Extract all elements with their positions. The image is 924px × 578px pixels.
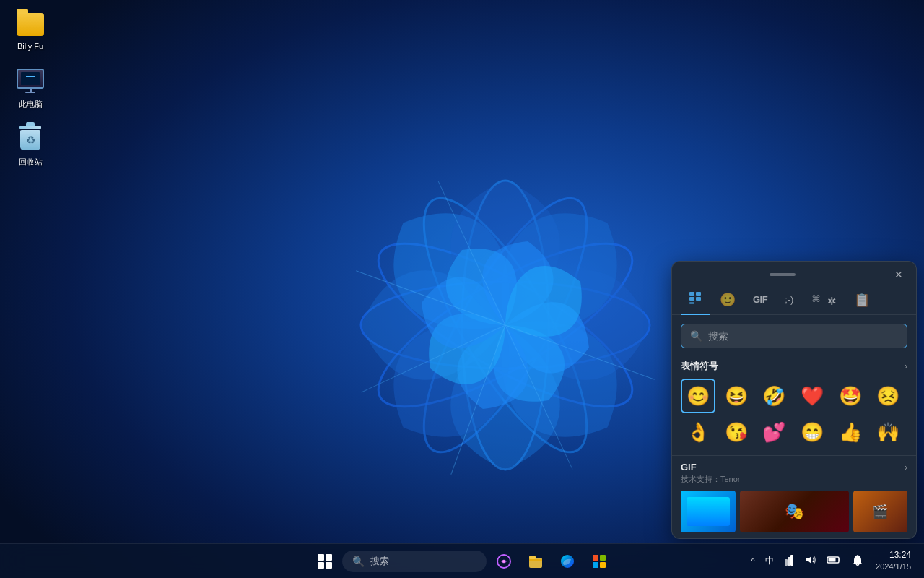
svg-rect-27 bbox=[600, 562, 606, 568]
desktop-icon-recycle-bin[interactable]: ♻ 回收站 bbox=[4, 123, 56, 170]
search-icon: 🔍 bbox=[690, 330, 702, 342]
emoji-section-header: 表情符号 › bbox=[672, 357, 916, 379]
system-clock[interactable]: 13:24 2024/1/15 bbox=[871, 546, 915, 575]
speaker-icon[interactable] bbox=[802, 551, 819, 571]
panel-close-button[interactable]: ✕ bbox=[890, 267, 907, 282]
gif-thumb-1[interactable] bbox=[681, 491, 736, 532]
svg-rect-33 bbox=[839, 558, 840, 561]
svg-rect-25 bbox=[600, 555, 606, 561]
windows-logo bbox=[318, 554, 332, 569]
emoji-item-2[interactable]: 🤣 bbox=[757, 379, 791, 413]
notification-icon[interactable] bbox=[848, 551, 867, 571]
emoji-section-title: 表情符号 bbox=[681, 360, 718, 373]
store-button[interactable] bbox=[585, 547, 614, 576]
desktop-icon-billy-fu[interactable]: Billy Fu bbox=[4, 7, 56, 54]
gif-section-title: GIF bbox=[681, 462, 697, 473]
folder-icon bbox=[16, 10, 45, 39]
tab-symbols[interactable]: ⌘ ✲ bbox=[803, 286, 843, 314]
emoji-item-3[interactable]: ❤️ bbox=[795, 379, 829, 413]
emoji-item-4[interactable]: 🤩 bbox=[833, 379, 868, 413]
emoji-panel: ✕ 🙂 GIF ;-) ⌘ ✲ 📋 bbox=[671, 261, 917, 539]
tray-chevron[interactable]: ^ bbox=[749, 554, 758, 568]
emoji-item-7[interactable]: 😘 bbox=[719, 415, 754, 449]
gif-thumb-3[interactable]: 🎬 bbox=[853, 491, 908, 532]
taskbar-search-label: 搜索 bbox=[370, 555, 389, 568]
gif-section: GIF › 技术支持：Tenor 🎭 🎬 bbox=[672, 455, 916, 538]
svg-rect-29 bbox=[785, 559, 788, 566]
emoji-grid: 😊 😆 🤣 ❤️ 🤩 😣 👌 😘 💕 😁 👍 🙌 bbox=[672, 379, 916, 455]
tab-clipboard[interactable]: 📋 bbox=[847, 286, 877, 314]
recycle-bin-label: 回收站 bbox=[19, 157, 43, 167]
emoji-item-8[interactable]: 💕 bbox=[757, 415, 791, 449]
tab-gif[interactable]: GIF bbox=[746, 288, 775, 311]
battery-icon[interactable] bbox=[824, 551, 844, 571]
edge-button[interactable] bbox=[553, 547, 582, 576]
clock-time: 13:24 bbox=[876, 549, 911, 561]
taskbar-search-icon: 🔍 bbox=[352, 556, 365, 567]
billy-fu-label: Billy Fu bbox=[17, 41, 43, 51]
taskbar-search[interactable]: 🔍 搜索 bbox=[342, 551, 487, 572]
svg-rect-21 bbox=[529, 558, 542, 568]
panel-drag-handle[interactable] bbox=[681, 273, 884, 276]
taskbar: 🔍 搜索 bbox=[0, 543, 924, 578]
panel-tabs: 🙂 GIF ;-) ⌘ ✲ 📋 bbox=[672, 285, 916, 315]
emoji-item-10[interactable]: 👍 bbox=[833, 415, 868, 449]
taskbar-center: 🔍 搜索 bbox=[310, 547, 614, 576]
svg-rect-28 bbox=[788, 557, 790, 566]
this-pc-label: 此电脑 bbox=[19, 99, 43, 109]
svg-rect-13 bbox=[689, 292, 694, 296]
gif-section-arrow[interactable]: › bbox=[905, 462, 907, 473]
svg-rect-24 bbox=[593, 555, 598, 561]
gif-thumb-2[interactable]: 🎭 bbox=[740, 491, 849, 532]
taskbar-right: ^ 中 bbox=[749, 546, 915, 575]
emoji-section-arrow[interactable]: › bbox=[905, 361, 907, 371]
svg-rect-16 bbox=[696, 297, 701, 301]
search-input[interactable] bbox=[708, 330, 898, 342]
desktop-icon-this-pc[interactable]: 此电脑 bbox=[4, 65, 56, 112]
svg-text:⌘: ⌘ bbox=[811, 293, 821, 304]
emoji-item-6[interactable]: 👌 bbox=[681, 415, 715, 449]
svg-rect-15 bbox=[689, 297, 694, 301]
svg-rect-14 bbox=[696, 292, 701, 296]
svg-point-20 bbox=[502, 560, 505, 563]
tab-recent[interactable] bbox=[681, 285, 710, 314]
svg-rect-22 bbox=[529, 556, 536, 559]
svg-rect-30 bbox=[790, 555, 793, 566]
search-box[interactable]: 🔍 bbox=[681, 324, 907, 348]
emoji-item-9[interactable]: 😁 bbox=[795, 415, 829, 449]
emoji-item-1[interactable]: 😆 bbox=[719, 379, 754, 413]
recycle-bin-icon: ♻ bbox=[16, 126, 45, 155]
language-indicator[interactable]: 中 bbox=[762, 552, 777, 570]
gif-powered-by: 技术支持：Tenor bbox=[681, 474, 907, 485]
tab-kaomoji[interactable]: ;-) bbox=[777, 288, 801, 311]
desktop: Billy Fu 此电脑 bbox=[0, 0, 924, 578]
gif-thumbnails: 🎭 🎬 bbox=[681, 491, 907, 538]
svg-rect-32 bbox=[829, 558, 836, 562]
emoji-item-5[interactable]: 😣 bbox=[871, 379, 905, 413]
panel-header: ✕ bbox=[672, 262, 916, 285]
svg-rect-26 bbox=[593, 562, 598, 568]
svg-rect-17 bbox=[689, 302, 694, 304]
emoji-item-11[interactable]: 🙌 bbox=[871, 415, 905, 449]
start-button[interactable] bbox=[310, 547, 339, 576]
tab-emoji[interactable]: 🙂 bbox=[712, 286, 743, 314]
copilot-button[interactable] bbox=[489, 547, 518, 576]
file-explorer-button[interactable] bbox=[521, 547, 550, 576]
this-pc-icon bbox=[16, 68, 45, 97]
clock-date: 2024/1/15 bbox=[876, 561, 911, 572]
network-icon[interactable] bbox=[780, 551, 798, 571]
emoji-item-0[interactable]: 😊 bbox=[681, 379, 715, 413]
